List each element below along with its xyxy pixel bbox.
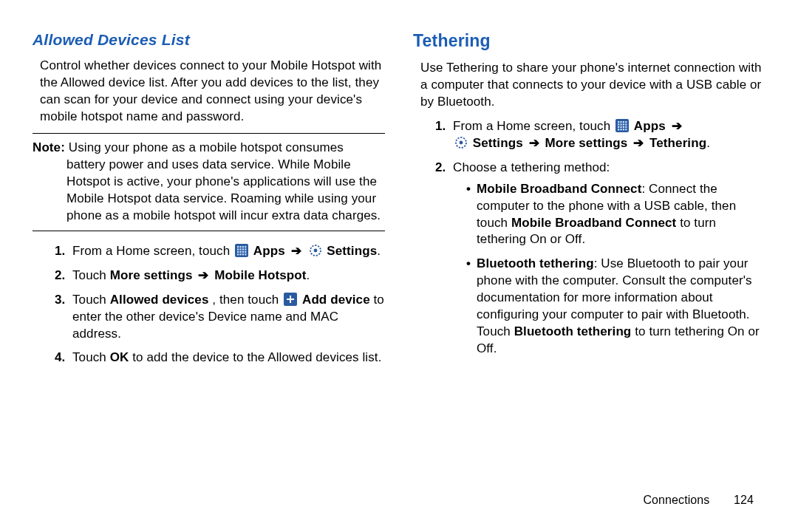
page-footer: Connections 124 [643, 492, 754, 508]
apps-icon [615, 119, 629, 132]
svg-rect-7 [242, 248, 244, 250]
svg-rect-11 [242, 251, 244, 253]
svg-rect-3 [242, 246, 244, 248]
svg-rect-21 [287, 299, 294, 300]
svg-point-18 [313, 248, 317, 252]
right-steps: 1. From a Home screen, touch Apps [413, 118, 765, 358]
svg-rect-4 [245, 246, 246, 248]
left-step-4: 4. Touch OK to add the device to the All… [55, 349, 385, 366]
left-step-2: 2. Touch More settings ➔ Mobile Hotspot. [55, 267, 385, 284]
note-label: Note: [33, 140, 65, 154]
svg-rect-5 [237, 248, 239, 250]
plus-icon [284, 293, 297, 306]
svg-rect-28 [620, 123, 621, 125]
svg-rect-29 [623, 123, 624, 125]
svg-rect-37 [623, 129, 624, 130]
svg-rect-34 [625, 126, 627, 128]
svg-rect-24 [620, 121, 621, 123]
svg-rect-15 [242, 253, 244, 255]
left-step-1: 1. From a Home screen, touch Apps [55, 243, 385, 260]
page-number: 124 [734, 494, 754, 506]
settings-icon [309, 244, 322, 257]
svg-rect-10 [239, 251, 241, 253]
arrow-icon: ➔ [633, 135, 644, 152]
svg-rect-1 [237, 246, 239, 248]
svg-rect-36 [620, 129, 621, 130]
svg-rect-31 [618, 126, 619, 128]
svg-rect-30 [625, 123, 627, 125]
arrow-icon: ➔ [529, 135, 539, 152]
right-step-2: 2. Choose a tethering method: Mobile Bro… [435, 160, 765, 358]
svg-rect-32 [620, 126, 621, 128]
method-mobile-broadband: Mobile Broadband Connect: Connect the co… [466, 181, 765, 249]
svg-rect-35 [618, 129, 619, 130]
note-block: Note: Using your phone as a mobile hotsp… [33, 133, 385, 231]
left-column: Allowed Devices List Control whether dev… [33, 30, 385, 374]
svg-rect-9 [237, 251, 239, 253]
svg-rect-6 [239, 248, 241, 250]
svg-rect-16 [245, 253, 246, 255]
svg-rect-23 [618, 121, 619, 123]
left-steps: 1. From a Home screen, touch Apps [33, 243, 385, 367]
right-intro: Use Tethering to share your phone's inte… [413, 60, 765, 111]
left-intro: Control whether devices connect to your … [33, 58, 385, 126]
svg-rect-25 [623, 121, 624, 123]
svg-rect-38 [625, 129, 627, 130]
arrow-icon: ➔ [198, 267, 208, 284]
svg-rect-2 [239, 246, 241, 248]
note-body: Using your phone as a mobile hotspot con… [66, 140, 381, 222]
svg-rect-33 [623, 126, 624, 128]
method-bluetooth: Bluetooth tethering: Use Bluetooth to pa… [466, 256, 765, 358]
arrow-icon: ➔ [291, 243, 301, 260]
svg-rect-27 [618, 123, 619, 125]
right-step-1: 1. From a Home screen, touch Apps [435, 118, 765, 152]
svg-rect-26 [625, 121, 627, 123]
settings-icon [454, 136, 468, 149]
left-step-3: 3. Touch Allowed devices , then touch Ad… [55, 292, 385, 343]
right-heading: Tethering [413, 30, 765, 52]
left-heading: Allowed Devices List [33, 30, 385, 50]
svg-rect-13 [237, 253, 239, 255]
svg-rect-12 [245, 251, 246, 253]
svg-point-40 [460, 140, 463, 144]
arrow-icon: ➔ [672, 118, 682, 135]
svg-rect-8 [245, 248, 246, 250]
svg-rect-14 [239, 253, 241, 255]
apps-icon [235, 244, 248, 257]
tethering-methods: Mobile Broadband Connect: Connect the co… [453, 181, 765, 358]
right-column: Tethering Use Tethering to share your ph… [413, 30, 765, 374]
section-label: Connections [643, 494, 709, 506]
